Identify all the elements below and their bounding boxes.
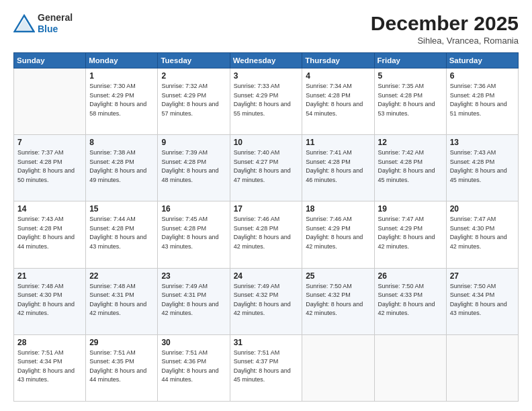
sun-info: Sunrise: 7:47 AMSunset: 4:29 PMDaylight:… xyxy=(378,215,443,251)
calendar-cell: 25Sunrise: 7:50 AMSunset: 4:32 PMDayligh… xyxy=(302,268,374,334)
calendar-cell xyxy=(446,334,518,401)
logo-blue: Blue xyxy=(38,24,73,35)
day-number: 1 xyxy=(89,71,154,81)
calendar-cell: 11Sunrise: 7:41 AMSunset: 4:28 PMDayligh… xyxy=(302,135,374,201)
sun-info: Sunrise: 7:33 AMSunset: 4:29 PMDaylight:… xyxy=(234,82,299,118)
calendar-cell: 20Sunrise: 7:47 AMSunset: 4:30 PMDayligh… xyxy=(446,201,518,268)
calendar-cell: 14Sunrise: 7:43 AMSunset: 4:28 PMDayligh… xyxy=(14,201,86,268)
calendar-cell: 10Sunrise: 7:40 AMSunset: 4:27 PMDayligh… xyxy=(230,135,302,201)
sun-info: Sunrise: 7:51 AMSunset: 4:37 PMDaylight:… xyxy=(234,349,299,385)
title-block: December 2025 Sihlea, Vrancea, Romania xyxy=(371,12,519,46)
sun-info: Sunrise: 7:45 AMSunset: 4:28 PMDaylight:… xyxy=(161,215,226,251)
sun-info: Sunrise: 7:32 AMSunset: 4:29 PMDaylight:… xyxy=(161,82,226,118)
calendar-week-row: 7Sunrise: 7:37 AMSunset: 4:28 PMDaylight… xyxy=(14,135,519,201)
calendar-cell: 29Sunrise: 7:51 AMSunset: 4:35 PMDayligh… xyxy=(86,334,158,401)
sun-info: Sunrise: 7:35 AMSunset: 4:28 PMDaylight:… xyxy=(378,82,443,118)
calendar-cell: 13Sunrise: 7:43 AMSunset: 4:28 PMDayligh… xyxy=(446,135,518,201)
calendar-cell: 3Sunrise: 7:33 AMSunset: 4:29 PMDaylight… xyxy=(230,68,302,135)
day-number: 15 xyxy=(89,204,154,214)
sun-info: Sunrise: 7:46 AMSunset: 4:29 PMDaylight:… xyxy=(306,215,370,251)
calendar-cell: 30Sunrise: 7:51 AMSunset: 4:36 PMDayligh… xyxy=(158,334,230,401)
day-number: 29 xyxy=(89,338,154,347)
calendar-cell xyxy=(374,334,446,401)
calendar-cell: 21Sunrise: 7:48 AMSunset: 4:30 PMDayligh… xyxy=(14,268,86,334)
calendar-cell: 26Sunrise: 7:50 AMSunset: 4:33 PMDayligh… xyxy=(374,268,446,334)
calendar-cell: 17Sunrise: 7:46 AMSunset: 4:28 PMDayligh… xyxy=(230,201,302,268)
sun-info: Sunrise: 7:49 AMSunset: 4:31 PMDaylight:… xyxy=(161,282,226,318)
sun-info: Sunrise: 7:37 AMSunset: 4:28 PMDaylight:… xyxy=(17,148,82,185)
weekday-header: Monday xyxy=(86,53,158,68)
day-number: 17 xyxy=(234,204,299,214)
day-number: 21 xyxy=(17,271,82,281)
day-number: 13 xyxy=(450,138,515,147)
calendar-cell: 18Sunrise: 7:46 AMSunset: 4:29 PMDayligh… xyxy=(302,201,374,268)
day-number: 30 xyxy=(161,338,226,347)
calendar-week-row: 28Sunrise: 7:51 AMSunset: 4:34 PMDayligh… xyxy=(14,334,519,401)
day-number: 20 xyxy=(450,204,515,214)
sun-info: Sunrise: 7:49 AMSunset: 4:32 PMDaylight:… xyxy=(234,282,299,318)
sun-info: Sunrise: 7:34 AMSunset: 4:28 PMDaylight:… xyxy=(306,82,370,118)
calendar-cell: 31Sunrise: 7:51 AMSunset: 4:37 PMDayligh… xyxy=(230,334,302,401)
sun-info: Sunrise: 7:46 AMSunset: 4:28 PMDaylight:… xyxy=(234,215,299,251)
day-number: 5 xyxy=(378,71,443,81)
calendar-cell: 4Sunrise: 7:34 AMSunset: 4:28 PMDaylight… xyxy=(302,68,374,135)
day-number: 3 xyxy=(234,71,299,81)
logo: General Blue xyxy=(13,12,73,35)
day-number: 11 xyxy=(306,138,370,147)
day-number: 16 xyxy=(161,204,226,214)
calendar-cell: 22Sunrise: 7:48 AMSunset: 4:31 PMDayligh… xyxy=(86,268,158,334)
calendar-cell: 15Sunrise: 7:44 AMSunset: 4:28 PMDayligh… xyxy=(86,201,158,268)
weekday-header: Wednesday xyxy=(230,53,302,68)
calendar-header-row: SundayMondayTuesdayWednesdayThursdayFrid… xyxy=(14,53,519,68)
weekday-header: Friday xyxy=(374,53,446,68)
day-number: 27 xyxy=(450,271,515,281)
day-number: 18 xyxy=(306,204,370,214)
sun-info: Sunrise: 7:36 AMSunset: 4:28 PMDaylight:… xyxy=(450,82,515,118)
calendar-cell: 2Sunrise: 7:32 AMSunset: 4:29 PMDaylight… xyxy=(158,68,230,135)
calendar-week-row: 1Sunrise: 7:30 AMSunset: 4:29 PMDaylight… xyxy=(14,68,519,135)
logo-text: General Blue xyxy=(38,12,73,35)
calendar-cell: 8Sunrise: 7:38 AMSunset: 4:28 PMDaylight… xyxy=(86,135,158,201)
sun-info: Sunrise: 7:51 AMSunset: 4:35 PMDaylight:… xyxy=(89,349,154,385)
logo-general: General xyxy=(38,12,73,24)
day-number: 25 xyxy=(306,271,370,281)
weekday-header: Sunday xyxy=(14,53,86,68)
sun-info: Sunrise: 7:50 AMSunset: 4:32 PMDaylight:… xyxy=(306,282,370,318)
sun-info: Sunrise: 7:48 AMSunset: 4:30 PMDaylight:… xyxy=(17,282,82,318)
month-title: December 2025 xyxy=(371,12,519,34)
calendar-week-row: 21Sunrise: 7:48 AMSunset: 4:30 PMDayligh… xyxy=(14,268,519,334)
day-number: 14 xyxy=(17,204,82,214)
sun-info: Sunrise: 7:43 AMSunset: 4:28 PMDaylight:… xyxy=(450,148,515,185)
day-number: 22 xyxy=(89,271,154,281)
calendar-cell: 27Sunrise: 7:50 AMSunset: 4:34 PMDayligh… xyxy=(446,268,518,334)
sun-info: Sunrise: 7:43 AMSunset: 4:28 PMDaylight:… xyxy=(17,215,82,251)
day-number: 10 xyxy=(234,138,299,147)
sun-info: Sunrise: 7:47 AMSunset: 4:30 PMDaylight:… xyxy=(450,215,515,251)
day-number: 8 xyxy=(89,138,154,147)
day-number: 2 xyxy=(161,71,226,81)
sun-info: Sunrise: 7:30 AMSunset: 4:29 PMDaylight:… xyxy=(89,82,154,118)
logo-icon xyxy=(13,14,35,33)
day-number: 26 xyxy=(378,271,443,281)
calendar-cell: 24Sunrise: 7:49 AMSunset: 4:32 PMDayligh… xyxy=(230,268,302,334)
sun-info: Sunrise: 7:51 AMSunset: 4:36 PMDaylight:… xyxy=(161,349,226,385)
calendar-cell: 7Sunrise: 7:37 AMSunset: 4:28 PMDaylight… xyxy=(14,135,86,201)
sun-info: Sunrise: 7:39 AMSunset: 4:28 PMDaylight:… xyxy=(161,148,226,185)
page: General Blue December 2025 Sihlea, Vranc… xyxy=(0,0,532,411)
day-number: 31 xyxy=(234,338,299,347)
calendar-cell: 19Sunrise: 7:47 AMSunset: 4:29 PMDayligh… xyxy=(374,201,446,268)
sun-info: Sunrise: 7:41 AMSunset: 4:28 PMDaylight:… xyxy=(306,148,370,185)
calendar-cell: 9Sunrise: 7:39 AMSunset: 4:28 PMDaylight… xyxy=(158,135,230,201)
calendar-cell: 6Sunrise: 7:36 AMSunset: 4:28 PMDaylight… xyxy=(446,68,518,135)
day-number: 24 xyxy=(234,271,299,281)
day-number: 7 xyxy=(17,138,82,147)
calendar-cell xyxy=(14,68,86,135)
day-number: 12 xyxy=(378,138,443,147)
header: General Blue December 2025 Sihlea, Vranc… xyxy=(13,12,519,46)
weekday-header: Tuesday xyxy=(158,53,230,68)
sun-info: Sunrise: 7:48 AMSunset: 4:31 PMDaylight:… xyxy=(89,282,154,318)
sun-info: Sunrise: 7:40 AMSunset: 4:27 PMDaylight:… xyxy=(234,148,299,185)
day-number: 9 xyxy=(161,138,226,147)
weekday-header: Saturday xyxy=(446,53,518,68)
sun-info: Sunrise: 7:38 AMSunset: 4:28 PMDaylight:… xyxy=(89,148,154,185)
